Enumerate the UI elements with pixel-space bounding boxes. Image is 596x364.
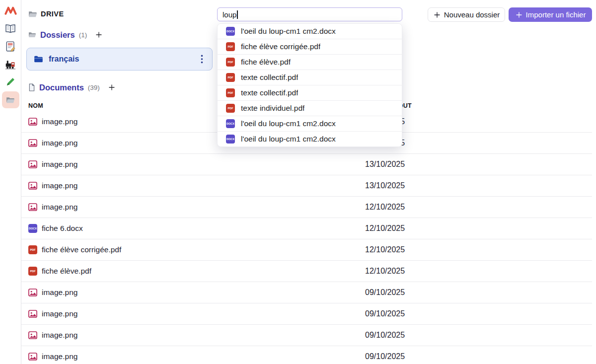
- file-date: 09/10/2025: [365, 352, 592, 361]
- folder_blue-icon: [34, 55, 43, 63]
- docx-icon: DOCX: [226, 135, 235, 144]
- table-row[interactable]: DOCX fiche 6.docx 12/10/2025: [21, 218, 592, 239]
- file-name: fiche élève.pdf: [42, 267, 91, 276]
- file-name: image.png: [42, 160, 77, 169]
- folder-icon: [28, 31, 36, 38]
- folder-card[interactable]: français: [26, 48, 213, 71]
- table-row[interactable]: image.png 09/10/2025: [21, 282, 592, 303]
- table-row[interactable]: image.png 09/10/2025: [21, 325, 592, 346]
- folders-section-header: Dossiers (1): [28, 30, 104, 40]
- import-file-button[interactable]: Importer un fichier: [509, 7, 592, 22]
- file-date: 09/10/2025: [365, 309, 592, 318]
- pdf-icon: PDF: [226, 73, 235, 82]
- app-sidebar: [0, 0, 21, 364]
- search-input-value: loup: [223, 10, 236, 19]
- documents-section-header: Documents (39): [28, 82, 117, 92]
- folders-list: français: [26, 48, 213, 71]
- search-result-item[interactable]: PDF texte individuel.pdf: [218, 101, 402, 116]
- table-rows: image.png 13/10/2025 image.png 13/10/202…: [21, 111, 592, 364]
- sidebar-item-book[interactable]: [2, 20, 19, 37]
- image-icon: [28, 310, 37, 318]
- pdf-icon: PDF: [226, 42, 235, 51]
- sidebar-item-pen[interactable]: [2, 73, 19, 90]
- image-icon: [28, 289, 37, 296]
- pdf-icon: PDF: [28, 267, 37, 276]
- plus-icon: [433, 11, 441, 19]
- plus-icon: [95, 31, 103, 39]
- search-result-name: texte individuel.pdf: [241, 104, 304, 113]
- file-date: 12/10/2025: [365, 267, 592, 276]
- file-name: fiche 6.docx: [42, 224, 83, 233]
- table-row[interactable]: image.png 09/10/2025: [21, 346, 592, 364]
- file-date: 13/10/2025: [365, 160, 592, 169]
- search-result-name: texte collectif.pdf: [241, 88, 298, 97]
- plus-icon: [108, 83, 116, 91]
- folder-menu-button[interactable]: [199, 54, 205, 65]
- search-result-item[interactable]: DOCX l'oeil du loup-cm1 cm2.docx: [218, 24, 402, 39]
- image-icon: [28, 139, 37, 147]
- file-name: image.png: [42, 203, 77, 212]
- folders-count: (1): [79, 31, 87, 39]
- pen-icon: [5, 77, 15, 87]
- search-input[interactable]: loup: [217, 7, 402, 21]
- search-result-item[interactable]: DOCX l'oeil du loup-cm1 cm2.docx: [218, 116, 402, 132]
- table-row[interactable]: image.png 12/10/2025: [21, 197, 592, 218]
- file-date: 12/10/2025: [365, 245, 592, 254]
- file-date: 09/10/2025: [365, 288, 592, 297]
- search-results-dropdown: DOCX l'oeil du loup-cm1 cm2.docx PDF fic…: [217, 23, 402, 147]
- page-title-label: DRIVE: [41, 10, 64, 18]
- folder_open-icon: [6, 96, 15, 104]
- add-folder-button[interactable]: [94, 30, 104, 40]
- sidebar-item-drive[interactable]: [2, 91, 19, 108]
- search-result-name: l'oeil du loup-cm1 cm2.docx: [241, 135, 336, 144]
- search-result-item[interactable]: PDF fiche élève.pdf: [218, 55, 402, 70]
- table-row[interactable]: image.png 13/10/2025: [21, 175, 592, 197]
- file-date: 12/10/2025: [365, 203, 592, 212]
- docx-icon: DOCX: [226, 119, 235, 128]
- pdf-icon: PDF: [28, 245, 37, 254]
- sidebar-item-train[interactable]: [2, 56, 19, 73]
- file-name: image.png: [42, 139, 77, 147]
- plus-icon: [515, 11, 523, 19]
- image-icon: [28, 203, 37, 211]
- table-row[interactable]: PDF fiche élève corrigée.pdf 12/10/2025: [21, 239, 592, 261]
- image-icon: [28, 118, 37, 126]
- add-document-button[interactable]: [107, 82, 117, 92]
- pdf-icon: PDF: [226, 104, 235, 113]
- text-caret: [237, 10, 238, 19]
- file-name: image.png: [42, 288, 77, 297]
- search-result-name: fiche élève.pdf: [241, 58, 291, 67]
- search-result-item[interactable]: PDF texte collectif.pdf: [218, 85, 402, 101]
- file-date: 12/10/2025: [365, 224, 592, 233]
- search-result-item[interactable]: DOCX l'oeil du loup-cm1 cm2.docx: [218, 132, 402, 146]
- file-name: image.png: [42, 117, 77, 126]
- folders-section-title: Dossiers: [40, 30, 75, 40]
- file-name: fiche élève corrigée.pdf: [42, 245, 121, 254]
- drive-folder-icon: [28, 10, 37, 18]
- sidebar-item-notes[interactable]: [2, 38, 19, 55]
- pdf-icon: PDF: [226, 88, 235, 97]
- search-result-name: fiche élève corrigée.pdf: [241, 42, 320, 51]
- kebab-icon: [201, 55, 203, 64]
- search-result-item[interactable]: PDF texte collectif.pdf: [218, 70, 402, 85]
- pdf-icon: PDF: [226, 58, 235, 67]
- new-folder-button[interactable]: Nouveau dossier: [428, 7, 505, 22]
- docx-icon: DOCX: [226, 27, 235, 36]
- drive-app: DRIVE loup Nouveau dossier Importer un f…: [0, 0, 596, 364]
- sidebar-item-logo[interactable]: [2, 2, 19, 19]
- train-icon: [5, 59, 16, 70]
- table-row[interactable]: PDF fiche élève.pdf 12/10/2025: [21, 261, 592, 282]
- table-row[interactable]: image.png 13/10/2025: [21, 154, 592, 175]
- file-name: image.png: [42, 331, 77, 340]
- document-icon: [28, 83, 35, 91]
- table-row[interactable]: image.png 09/10/2025: [21, 303, 592, 325]
- logo-icon: [4, 6, 17, 15]
- search-result-item[interactable]: PDF fiche élève corrigée.pdf: [218, 39, 402, 55]
- book-icon: [5, 24, 16, 33]
- image-icon: [28, 331, 37, 339]
- documents-count: (39): [88, 84, 100, 91]
- file-name: image.png: [42, 181, 77, 190]
- search-result-name: l'oeil du loup-cm1 cm2.docx: [241, 119, 336, 128]
- file-name: image.png: [42, 352, 77, 361]
- file-name: image.png: [42, 309, 77, 318]
